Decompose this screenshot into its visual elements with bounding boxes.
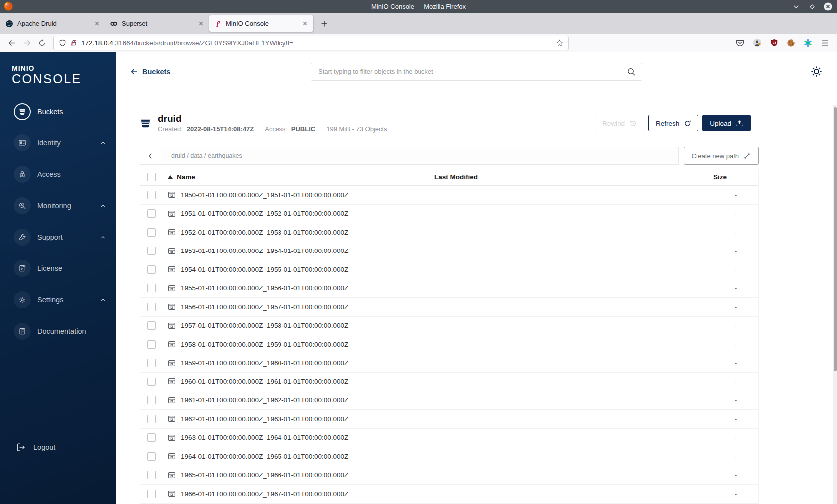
new-tab-button[interactable] bbox=[318, 17, 331, 30]
sidebar-item-documentation[interactable]: Documentation bbox=[0, 316, 116, 347]
back-to-buckets-link[interactable]: Buckets bbox=[130, 68, 170, 76]
row-checkbox[interactable] bbox=[147, 433, 156, 442]
table-row[interactable]: 1961-01-01T00:00:00.000Z_1962-01-01T00:0… bbox=[140, 391, 758, 410]
object-name[interactable]: 1950-01-01T00:00:00.000Z_1951-01-01T00:0… bbox=[181, 191, 348, 199]
table-row[interactable]: 1966-01-01T00:00:00.000Z_1967-01-01T00:0… bbox=[140, 485, 758, 504]
column-last-modified[interactable]: Last Modified bbox=[434, 173, 713, 181]
filter-search-input[interactable] bbox=[311, 63, 642, 81]
object-name[interactable]: 1955-01-01T00:00:00.000Z_1956-01-01T00:0… bbox=[181, 284, 348, 292]
table-row[interactable]: 1962-01-01T00:00:00.000Z_1963-01-01T00:0… bbox=[140, 410, 758, 429]
table-row[interactable]: 1960-01-01T00:00:00.000Z_1961-01-01T00:0… bbox=[140, 373, 758, 391]
asterisk-extension-icon[interactable] bbox=[803, 38, 813, 48]
column-size[interactable]: Size bbox=[713, 173, 758, 181]
menu-hamburger-icon[interactable] bbox=[820, 38, 830, 48]
row-checkbox[interactable] bbox=[147, 284, 156, 292]
table-row[interactable]: 1964-01-01T00:00:00.000Z_1965-01-01T00:0… bbox=[140, 447, 758, 466]
reload-button[interactable] bbox=[34, 36, 49, 50]
rewind-button[interactable]: Rewind bbox=[595, 115, 644, 131]
object-name[interactable]: 1959-01-01T00:00:00.000Z_1960-01-01T00:0… bbox=[181, 359, 348, 367]
object-name[interactable]: 1958-01-01T00:00:00.000Z_1959-01-01T00:0… bbox=[181, 341, 348, 348]
close-button[interactable] bbox=[824, 2, 832, 11]
forward-button[interactable] bbox=[19, 36, 34, 50]
sidebar-item-identity[interactable]: Identity bbox=[0, 127, 116, 159]
upload-button[interactable]: Upload bbox=[702, 115, 751, 131]
chevron-up-icon[interactable] bbox=[100, 203, 106, 209]
row-checkbox[interactable] bbox=[147, 396, 156, 404]
sidebar-item-logout[interactable]: Logout bbox=[0, 436, 116, 458]
object-name[interactable]: 1953-01-01T00:00:00.000Z_1954-01-01T00:0… bbox=[181, 247, 348, 254]
table-row[interactable]: 1956-01-01T00:00:00.000Z_1957-01-01T00:0… bbox=[140, 298, 758, 317]
row-checkbox[interactable] bbox=[147, 340, 156, 349]
row-checkbox[interactable] bbox=[147, 247, 156, 255]
settings-gear-button[interactable] bbox=[809, 65, 823, 79]
minimize-button[interactable] bbox=[792, 2, 800, 11]
pocket-icon[interactable] bbox=[735, 38, 745, 48]
maximize-button[interactable] bbox=[808, 2, 816, 11]
column-name[interactable]: Name bbox=[177, 173, 195, 181]
ublock-icon[interactable] bbox=[769, 38, 779, 48]
profile-extension-icon[interactable] bbox=[752, 38, 762, 48]
row-checkbox[interactable] bbox=[147, 359, 156, 367]
sidebar-item-access[interactable]: Access bbox=[0, 159, 116, 190]
page-scrollbar[interactable] bbox=[833, 105, 837, 504]
tab-close-icon[interactable] bbox=[93, 20, 101, 28]
table-row[interactable]: 1963-01-01T00:00:00.000Z_1964-01-01T00:0… bbox=[140, 429, 758, 448]
table-row[interactable]: 1954-01-01T00:00:00.000Z_1955-01-01T00:0… bbox=[140, 260, 758, 279]
tab-close-icon[interactable] bbox=[197, 20, 205, 28]
object-name[interactable]: 1962-01-01T00:00:00.000Z_1963-01-01T00:0… bbox=[181, 415, 348, 423]
row-checkbox[interactable] bbox=[147, 321, 156, 330]
object-name[interactable]: 1960-01-01T00:00:00.000Z_1961-01-01T00:0… bbox=[181, 378, 348, 385]
object-name[interactable]: 1961-01-01T00:00:00.000Z_1962-01-01T00:0… bbox=[181, 396, 348, 404]
cookie-extension-icon[interactable] bbox=[786, 38, 796, 48]
object-name[interactable]: 1956-01-01T00:00:00.000Z_1957-01-01T00:0… bbox=[181, 303, 348, 311]
table-row[interactable]: 1957-01-01T00:00:00.000Z_1958-01-01T00:0… bbox=[140, 317, 758, 336]
create-new-path-button[interactable]: Create new path bbox=[684, 147, 759, 165]
row-checkbox[interactable] bbox=[147, 303, 156, 311]
sidebar-item-buckets[interactable]: Buckets bbox=[0, 96, 116, 127]
row-checkbox[interactable] bbox=[147, 209, 156, 218]
row-checkbox[interactable] bbox=[147, 490, 156, 498]
table-row[interactable]: 1958-01-01T00:00:00.000Z_1959-01-01T00:0… bbox=[140, 335, 758, 354]
object-name[interactable]: 1957-01-01T00:00:00.000Z_1958-01-01T00:0… bbox=[181, 322, 348, 329]
select-all-checkbox[interactable] bbox=[147, 173, 156, 181]
table-row[interactable]: 1953-01-01T00:00:00.000Z_1954-01-01T00:0… bbox=[140, 242, 758, 261]
sidebar-item-monitoring[interactable]: Monitoring bbox=[0, 190, 116, 222]
tab-minio-console[interactable]: MinIO Console bbox=[209, 15, 313, 32]
row-checkbox[interactable] bbox=[147, 378, 156, 386]
sort-ascending-icon[interactable] bbox=[168, 175, 173, 179]
refresh-button[interactable]: Refresh bbox=[648, 115, 698, 131]
row-checkbox[interactable] bbox=[147, 265, 156, 274]
back-button[interactable] bbox=[4, 36, 19, 50]
bookmark-star-icon[interactable] bbox=[556, 39, 563, 47]
chevron-up-icon[interactable] bbox=[100, 235, 106, 240]
table-row[interactable]: 1955-01-01T00:00:00.000Z_1956-01-01T00:0… bbox=[140, 279, 758, 298]
tab-superset[interactable]: Superset bbox=[105, 15, 209, 32]
table-row[interactable]: 1959-01-01T00:00:00.000Z_1960-01-01T00:0… bbox=[140, 354, 758, 373]
tab-close-icon[interactable] bbox=[301, 20, 309, 28]
sidebar-item-support[interactable]: Support bbox=[0, 222, 116, 253]
object-name[interactable]: 1965-01-01T00:00:00.000Z_1966-01-01T00:0… bbox=[181, 471, 348, 479]
row-checkbox[interactable] bbox=[147, 228, 156, 237]
path-back-button[interactable] bbox=[140, 147, 161, 164]
row-checkbox[interactable] bbox=[147, 471, 156, 479]
object-name[interactable]: 1966-01-01T00:00:00.000Z_1967-01-01T00:0… bbox=[181, 490, 348, 498]
url-bar[interactable]: 172.18.0.4:31664/buckets/druid/browse/ZG… bbox=[53, 36, 569, 50]
sidebar-item-license[interactable]: License bbox=[0, 253, 116, 284]
insecure-lock-icon[interactable] bbox=[70, 39, 77, 46]
table-row[interactable]: 1952-01-01T00:00:00.000Z_1953-01-01T00:0… bbox=[140, 223, 758, 242]
tracking-shield-icon[interactable] bbox=[59, 39, 66, 47]
table-row[interactable]: 1950-01-01T00:00:00.000Z_1951-01-01T00:0… bbox=[140, 186, 758, 205]
object-name[interactable]: 1952-01-01T00:00:00.000Z_1953-01-01T00:0… bbox=[181, 229, 348, 236]
tab-apache-druid[interactable]: Apache Druid bbox=[1, 15, 105, 32]
chevron-up-icon[interactable] bbox=[100, 140, 106, 146]
chevron-up-icon[interactable] bbox=[100, 297, 106, 303]
row-checkbox[interactable] bbox=[147, 415, 156, 423]
object-name[interactable]: 1964-01-01T00:00:00.000Z_1965-01-01T00:0… bbox=[181, 453, 348, 460]
breadcrumb[interactable]: druid / data / earthquakes bbox=[161, 147, 678, 164]
table-row[interactable]: 1951-01-01T00:00:00.000Z_1952-01-01T00:0… bbox=[140, 205, 758, 224]
object-name[interactable]: 1951-01-01T00:00:00.000Z_1952-01-01T00:0… bbox=[181, 210, 348, 217]
sidebar-item-settings[interactable]: Settings bbox=[0, 284, 116, 316]
object-name[interactable]: 1954-01-01T00:00:00.000Z_1955-01-01T00:0… bbox=[181, 266, 348, 273]
row-checkbox[interactable] bbox=[147, 191, 156, 199]
object-name[interactable]: 1963-01-01T00:00:00.000Z_1964-01-01T00:0… bbox=[181, 434, 348, 441]
